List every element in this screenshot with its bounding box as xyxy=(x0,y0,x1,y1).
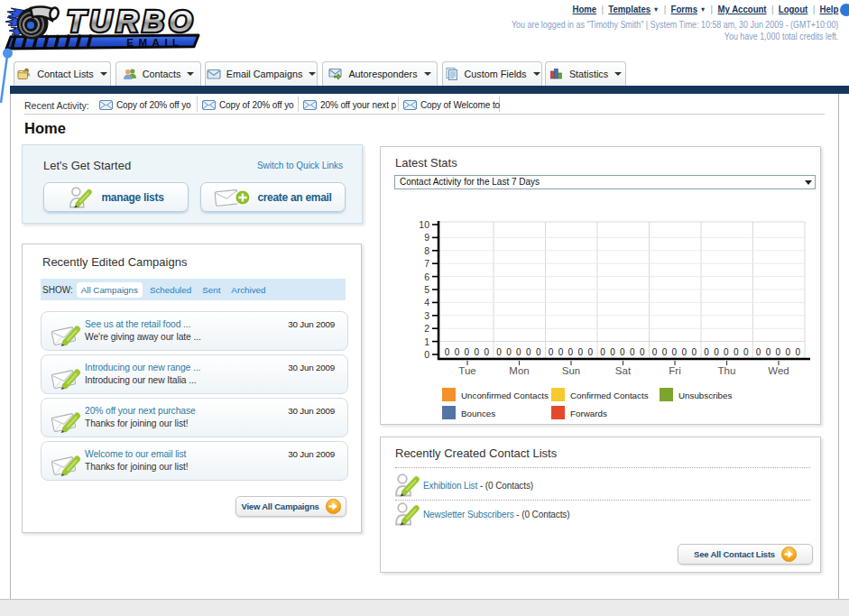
svg-text:Sun: Sun xyxy=(562,365,580,376)
svg-text:0 0 0 0 0: 0 0 0 0 0 xyxy=(652,347,698,357)
svg-text:8: 8 xyxy=(424,245,429,256)
svg-text:0 0 0 0 0: 0 0 0 0 0 xyxy=(445,347,491,357)
svg-text:0 0 0 0 0: 0 0 0 0 0 xyxy=(756,347,802,357)
svg-text:2: 2 xyxy=(424,323,429,334)
svg-text:Wed: Wed xyxy=(768,365,789,376)
svg-text:4: 4 xyxy=(424,297,429,308)
svg-text:0 0 0 0 0: 0 0 0 0 0 xyxy=(704,347,750,357)
svg-text:1: 1 xyxy=(424,336,429,347)
svg-text:EMAIL: EMAIL xyxy=(126,37,183,48)
svg-text:0: 0 xyxy=(424,349,429,360)
svg-text:Thu: Thu xyxy=(718,365,736,376)
svg-text:Fri: Fri xyxy=(669,365,680,376)
svg-text:Sat: Sat xyxy=(615,365,632,376)
svg-text:3: 3 xyxy=(424,310,429,321)
svg-text:0 0 0 0 0: 0 0 0 0 0 xyxy=(600,347,646,357)
svg-text:0 0 0 0 0: 0 0 0 0 0 xyxy=(496,347,542,357)
svg-text:6: 6 xyxy=(424,271,429,282)
svg-text:9: 9 xyxy=(424,232,429,243)
svg-text:5: 5 xyxy=(424,284,429,295)
svg-text:10: 10 xyxy=(419,219,429,230)
svg-text:Mon: Mon xyxy=(509,365,529,376)
svg-text:TURBO: TURBO xyxy=(67,5,197,38)
svg-text:Tue: Tue xyxy=(458,365,475,376)
svg-text:0 0 0 0 0: 0 0 0 0 0 xyxy=(549,347,595,357)
svg-text:7: 7 xyxy=(424,258,429,269)
